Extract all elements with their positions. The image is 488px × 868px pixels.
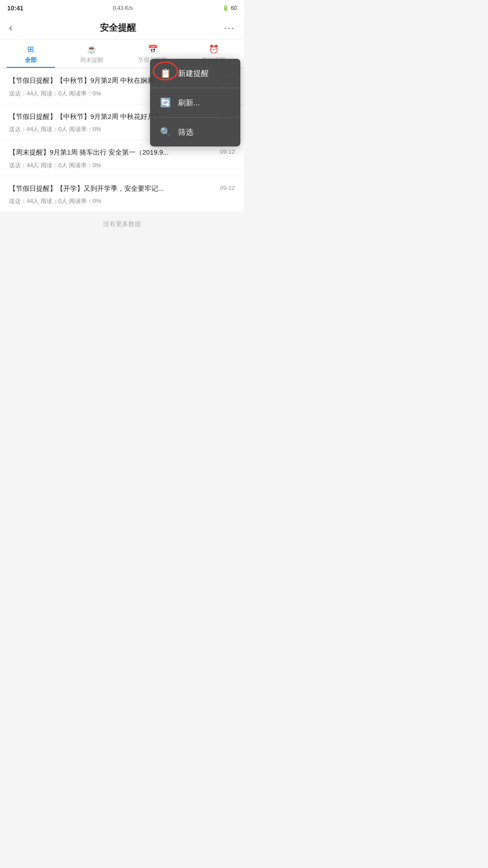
dropdown-new-reminder[interactable]: 📋 新建提醒 xyxy=(150,59,240,88)
tab-all-label: 全部 xyxy=(25,56,37,64)
back-button[interactable]: ‹ xyxy=(9,23,12,33)
status-right: 🔋 60 xyxy=(222,5,237,11)
list-item-title-text: 【节假日提醒】【开学】又到开学季，安全要牢记... xyxy=(9,184,216,194)
refresh-label: 刷新... xyxy=(178,98,200,108)
list-item[interactable]: 【节假日提醒】【开学】又到开学季，安全要牢记... 09-12 送达：44人 阅… xyxy=(0,176,244,212)
tab-other-icon: ⏰ xyxy=(209,44,219,54)
new-reminder-icon: 📋 xyxy=(158,66,173,80)
list-item-title: 【周末提醒】9月第1周 骑车出行 安全第一（2019.9... 09-12 xyxy=(9,147,235,158)
new-reminder-wrapper: 📋 xyxy=(158,66,173,80)
list-item-date: 09-12 xyxy=(220,147,235,156)
tab-all-icon: ⊞ xyxy=(27,44,34,54)
battery-level: 60 xyxy=(231,5,237,11)
list-item-meta: 送达：44人 阅读：0人 阅读率：0% xyxy=(9,161,235,170)
filter-icon: 🔍 xyxy=(158,125,173,139)
more-button[interactable]: ··· xyxy=(224,22,235,34)
page-title: 安全提醒 xyxy=(100,22,136,34)
dropdown-filter[interactable]: 🔍 筛选 xyxy=(150,118,240,146)
tab-weekend-icon: ☕ xyxy=(87,44,97,54)
list-item-title-text: 【周末提醒】9月第1周 骑车出行 安全第一（2019.9... xyxy=(9,147,216,158)
header: ‹ 安全提醒 ··· xyxy=(0,16,244,40)
tab-all[interactable]: ⊞ 全部 xyxy=(0,40,61,68)
status-bar: 10:41 0.43 K/s 🔋 60 xyxy=(0,0,244,16)
no-more-data: 没有更多数据 xyxy=(0,212,244,236)
list-item-title: 【节假日提醒】【开学】又到开学季，安全要牢记... 09-12 xyxy=(9,184,235,194)
tab-weekend[interactable]: ☕ 周末提醒 xyxy=(61,40,122,68)
dropdown-refresh[interactable]: 🔄 刷新... xyxy=(150,88,240,118)
tab-weekend-label: 周末提醒 xyxy=(80,56,103,64)
list-item-meta: 送达：44人 阅读：0人 阅读率：0% xyxy=(9,197,235,205)
dropdown-menu: 📋 新建提醒 🔄 刷新... 🔍 筛选 xyxy=(150,59,240,146)
status-speed: 0.43 K/s xyxy=(113,5,133,11)
battery-icon: 🔋 xyxy=(222,5,229,11)
filter-label: 筛选 xyxy=(178,127,193,137)
new-reminder-label: 新建提醒 xyxy=(178,68,209,79)
status-time: 10:41 xyxy=(7,5,23,12)
list-item-date: 09-12 xyxy=(220,184,235,193)
refresh-icon: 🔄 xyxy=(158,95,173,110)
tab-holiday-icon: 📅 xyxy=(148,44,158,54)
